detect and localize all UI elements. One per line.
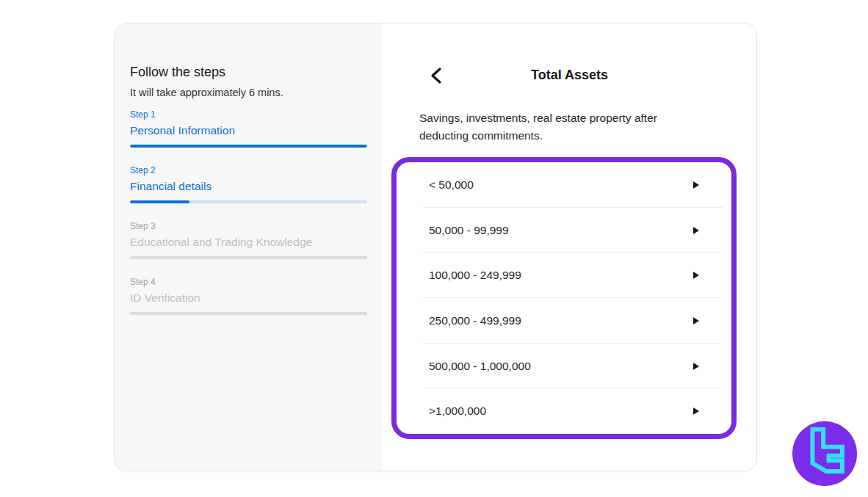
step-progress-bar	[130, 312, 367, 315]
onboarding-card: Follow the steps It will take approximat…	[114, 23, 757, 471]
step-progress-fill	[130, 145, 367, 148]
option-500000-1000000[interactable]: 500,000 - 1,000,000	[397, 344, 731, 389]
option-gt-1000000[interactable]: >1,000,000	[397, 388, 731, 434]
sidebar-subtitle: It will take approximately 6 mins.	[130, 86, 367, 99]
step-progress-bar	[130, 145, 367, 148]
option-label: 100,000 - 249,999	[429, 269, 521, 282]
step-item-personal-information: Step 1 Personal Information	[130, 109, 367, 148]
step-title: Educational and Trading Knowledge	[130, 235, 367, 250]
chevron-right-icon	[693, 181, 699, 189]
page: Follow the steps It will take approximat…	[0, 0, 868, 497]
total-assets-panel: Total Assets Savings, investments, real …	[383, 23, 756, 471]
chevron-right-icon	[693, 227, 699, 234]
chevron-right-icon	[693, 317, 699, 324]
step-label: Step 2	[130, 165, 367, 176]
step-label: Step 3	[130, 221, 367, 232]
step-item-financial-details: Step 2 Financial details	[130, 165, 367, 203]
step-title: Personal Information	[130, 123, 367, 138]
chevron-right-icon	[693, 363, 699, 370]
step-title: Financial details	[130, 179, 367, 194]
page-description: Savings, investments, real estate proper…	[419, 109, 692, 145]
option-100000-249999[interactable]: 100,000 - 249,999	[397, 253, 731, 298]
step-item-id-verification: Step 4 ID Verification	[130, 277, 367, 315]
option-label: 50,000 - 99,999	[429, 224, 509, 237]
option-label: < 50,000	[429, 178, 474, 192]
step-label: Step 4	[130, 277, 367, 288]
option-label: 250,000 - 499,999	[429, 314, 521, 327]
option-50000-99999[interactable]: 50,000 - 99,999	[397, 208, 731, 253]
option-label: 500,000 - 1,000,000	[429, 360, 531, 373]
sidebar-title: Follow the steps	[130, 64, 367, 81]
chevron-right-icon	[693, 407, 699, 415]
brand-logo	[791, 420, 858, 487]
steps-sidebar: Follow the steps It will take approximat…	[115, 23, 383, 471]
step-label: Step 1	[130, 109, 367, 120]
option-label: >1,000,000	[429, 405, 486, 418]
step-item-educational-trading-knowledge: Step 3 Educational and Trading Knowledge	[130, 221, 367, 259]
chevron-right-icon	[693, 272, 699, 279]
option-250000-499999[interactable]: 250,000 - 499,999	[397, 298, 731, 344]
step-title: ID Verification	[130, 291, 367, 305]
step-progress-bar	[130, 256, 367, 259]
option-lt-50000[interactable]: < 50,000	[397, 162, 731, 208]
page-title: Total Assets	[383, 68, 756, 83]
step-progress-bar	[130, 200, 367, 203]
total-assets-options-highlight: < 50,000 50,000 - 99,999 100,000 - 249,9…	[391, 157, 737, 439]
step-progress-fill	[130, 200, 189, 203]
